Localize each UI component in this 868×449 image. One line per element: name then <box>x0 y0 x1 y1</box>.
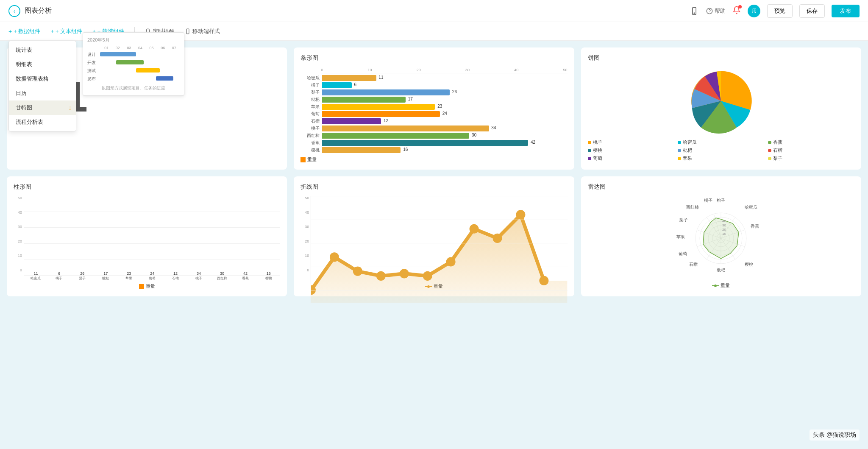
legend-banana: 香蕉 <box>768 139 854 145</box>
mobile-icon[interactable] <box>689 6 699 16</box>
dropdown-item-5[interactable]: 流程分析表 <box>9 115 76 129</box>
col-bar-peach: 34 <box>188 271 210 276</box>
svg-point-8 <box>353 267 362 276</box>
notification-dot <box>738 5 742 8</box>
notification-icon[interactable] <box>732 6 741 16</box>
h-bar-row-apple: 苹果 23 <box>300 104 567 110</box>
text-component-button[interactable]: + + 文本组件 <box>50 28 82 35</box>
col-bar-grape: 24 <box>142 271 163 276</box>
preview-button[interactable]: 预览 <box>767 4 793 18</box>
col-bar-cherry: 16 <box>258 271 279 276</box>
dropdown-menu: 统计表 明细表 数据管理表格 日历 甘特图 ↓ 流程分析表 <box>8 41 76 131</box>
line-chart-card: 折线图 50403020100 <box>294 176 574 296</box>
svg-marker-34 <box>703 218 739 259</box>
pie-chart-legend: 桃子 哈密瓜 香蕉 樱桃 枇杷 <box>588 139 854 162</box>
svg-text:西红柿: 西红柿 <box>686 205 699 209</box>
col-bar-hamigua: 11 <box>25 271 47 276</box>
col-bar-apple: 23 <box>118 271 140 276</box>
gantt-description: 以图形方式展现项目、任务的进度 <box>87 85 180 91</box>
svg-text:樱桃: 樱桃 <box>745 262 753 267</box>
h-bar-row-juzi: 橘子 6 <box>300 82 567 88</box>
svg-point-13 <box>470 224 479 234</box>
col-bar-lizi: 26 <box>72 271 93 276</box>
col-bar-banana: 42 <box>234 271 256 276</box>
mobile-mode-label: 移动端样式 <box>192 28 220 35</box>
text-component-label: + 文本组件 <box>56 28 82 35</box>
pie-chart-container: 桃子 哈密瓜 香蕉 樱桃 枇杷 <box>588 67 854 162</box>
bar-chart-title: 条形图 <box>300 54 567 62</box>
gantt-row-test: 测试 <box>87 68 180 74</box>
col-y-axis: 50403020100 <box>14 196 22 281</box>
dropdown-item-2[interactable]: 数据管理表格 <box>9 72 76 86</box>
col-chart-legend: 重量 <box>14 283 280 290</box>
dropdown-item-4[interactable]: 甘特图 ↓ <box>9 100 76 115</box>
svg-text:香蕉: 香蕉 <box>751 224 759 229</box>
svg-text:枇杷: 枇杷 <box>716 268 725 272</box>
col-bar-juzi: 6 <box>48 271 70 276</box>
dropdown-item-1[interactable]: 明细表 <box>9 57 76 72</box>
legend-grape: 葡萄 <box>588 155 674 162</box>
publish-button[interactable]: 发布 <box>832 5 860 17</box>
bar-chart-body: 哈密瓜 11 橘子 6 梨子 26 <box>300 75 567 153</box>
line-chart-title: 折线图 <box>300 183 567 191</box>
phone-icon <box>185 28 191 34</box>
gantt-row-dev: 开发 <box>87 60 180 66</box>
svg-text:梨子: 梨子 <box>679 218 688 222</box>
h-bar-row-pipa: 枇杷 17 <box>300 97 567 103</box>
svg-point-12 <box>446 257 456 266</box>
svg-point-1 <box>694 13 695 14</box>
radar-chart-container: 10 20 30 40 桃子 哈密瓜 香蕉 樱桃 枇杷 石榴 葡萄 苹果 梨子 <box>588 196 854 289</box>
data-component-button[interactable]: + + 数据组件 <box>8 28 40 35</box>
svg-rect-4 <box>186 29 189 34</box>
radar-legend-label: 重量 <box>721 282 730 289</box>
svg-text:石榴: 石榴 <box>689 262 698 267</box>
bar-chart-legend-label: 重量 <box>307 156 317 163</box>
gantt-row-design: 设计 <box>87 52 180 58</box>
legend-apple: 苹果 <box>678 155 764 162</box>
legend-pomegranate: 石榴 <box>768 147 854 153</box>
col-bar-pomegranate: 12 <box>165 271 186 276</box>
save-button[interactable]: 保存 <box>799 4 825 18</box>
svg-point-11 <box>423 271 432 281</box>
h-bar-row-cherry: 樱桃 16 <box>300 147 567 153</box>
col-legend-label: 重量 <box>146 283 155 290</box>
radar-svg: 10 20 30 40 桃子 哈密瓜 香蕉 樱桃 枇杷 石榴 葡萄 苹果 梨子 <box>662 196 780 281</box>
data-component-label: + 数据组件 <box>14 28 40 35</box>
svg-text:桃子: 桃子 <box>717 198 725 203</box>
h-bar-row-lizi: 梨子 26 <box>300 89 567 95</box>
bar-chart-legend-dot <box>300 157 306 162</box>
legend-pear: 梨子 <box>768 155 854 162</box>
plus-icon: + <box>8 28 12 35</box>
h-bar-row-pomegranate: 石榴 12 <box>300 118 567 124</box>
col-bar-pipa: 17 <box>95 271 117 276</box>
svg-text:20: 20 <box>722 228 726 231</box>
svg-point-7 <box>330 252 339 262</box>
topbar-right: 帮助 用 预览 保存 发布 <box>689 4 860 18</box>
bar-chart-x-axis: 01020304050 <box>321 67 567 73</box>
h-bar-row-tomato: 西红柿 30 <box>300 133 567 139</box>
h-bar-row-banana: 香蕉 42 <box>300 140 567 146</box>
col-x-labels: 哈密瓜 橘子 梨子 枇杷 苹果 葡萄 石榴 桃子 西红柿 香蕉 樱桃 <box>24 276 280 281</box>
page-title: 图表分析 <box>25 6 52 15</box>
svg-text:30: 30 <box>722 223 726 227</box>
line-chart-area <box>311 196 567 303</box>
h-bar-row-peach: 桃子 34 <box>300 125 567 131</box>
col-bars-area: 11 6 26 17 2 <box>24 196 280 276</box>
help-button[interactable]: 帮助 <box>706 7 726 15</box>
dropdown-item-3[interactable]: 日历 <box>9 86 76 100</box>
dropdown-item-0[interactable]: 统计表 <box>9 43 76 57</box>
legend-peach: 桃子 <box>588 139 674 145</box>
legend-cherry: 樱桃 <box>588 147 674 153</box>
mobile-mode-button[interactable]: 移动端样式 <box>185 28 220 35</box>
svg-text:橘子: 橘子 <box>704 198 712 203</box>
svg-text:苹果: 苹果 <box>676 234 685 239</box>
col-bar-tomato: 30 <box>211 271 233 276</box>
svg-point-14 <box>493 234 502 243</box>
pie-chart-card: 饼图 桃子 <box>581 47 861 170</box>
user-avatar[interactable]: 用 <box>748 5 760 17</box>
col-chart-wrapper: 50403020100 11 6 <box>14 196 280 281</box>
col-chart-title: 柱形图 <box>14 183 280 191</box>
svg-point-15 <box>516 210 526 219</box>
back-button[interactable]: ‹ <box>8 5 20 17</box>
gantt-preview-popup: 2020年5月 01 02 03 04 05 06 07 设计 开发 测试 发布… <box>83 32 184 96</box>
